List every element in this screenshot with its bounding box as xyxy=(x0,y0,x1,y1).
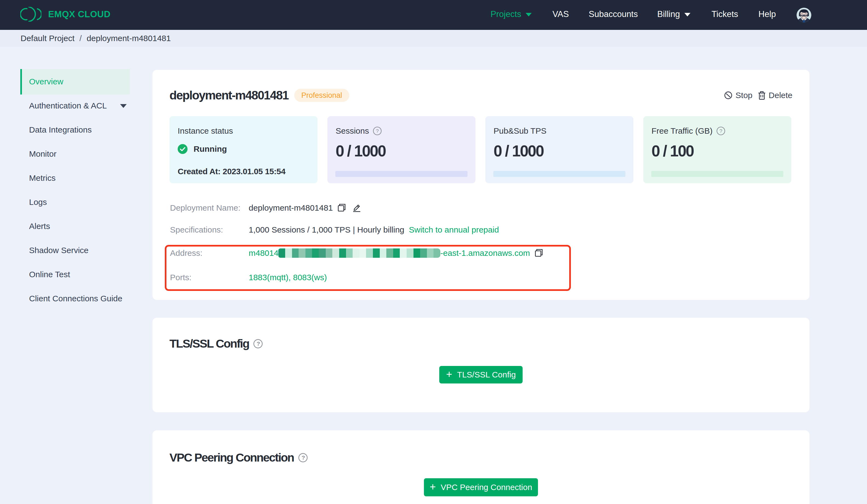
svg-text:?: ? xyxy=(719,128,722,134)
svg-text:?: ? xyxy=(257,340,260,347)
svg-text:?: ? xyxy=(376,128,379,134)
svg-text:?: ? xyxy=(302,454,305,461)
